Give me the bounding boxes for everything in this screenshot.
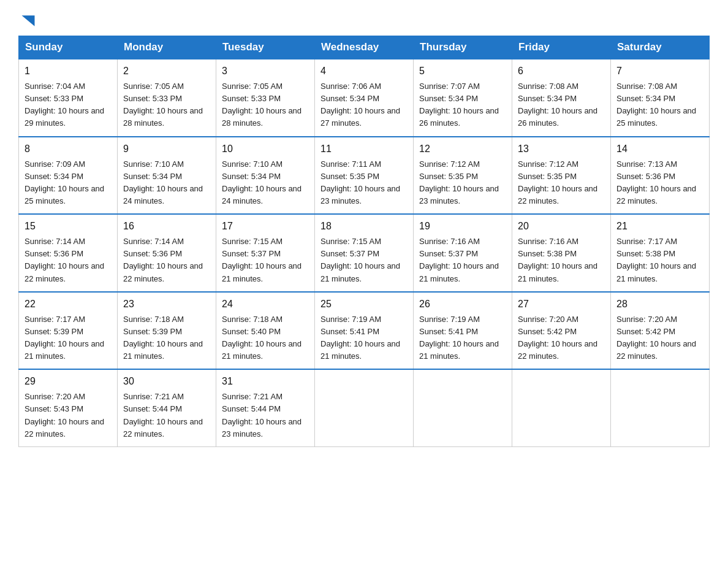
calendar-day-cell: 10Sunrise: 7:10 AMSunset: 5:34 PMDayligh… xyxy=(216,137,315,215)
day-number: 15 xyxy=(25,219,112,234)
weekday-header-wednesday: Wednesday xyxy=(315,36,414,59)
day-info: Sunrise: 7:17 AMSunset: 5:38 PMDaylight:… xyxy=(616,236,703,285)
calendar-day-cell: 7Sunrise: 7:08 AMSunset: 5:34 PMDaylight… xyxy=(611,59,710,137)
day-number: 10 xyxy=(222,142,309,156)
day-number: 16 xyxy=(123,219,210,234)
calendar-day-cell: 13Sunrise: 7:12 AMSunset: 5:35 PMDayligh… xyxy=(512,137,611,215)
day-number: 9 xyxy=(123,142,210,156)
calendar-day-cell: 11Sunrise: 7:11 AMSunset: 5:35 PMDayligh… xyxy=(315,137,414,215)
weekday-header-monday: Monday xyxy=(118,36,216,59)
day-number: 29 xyxy=(25,374,112,389)
calendar-day-cell: 17Sunrise: 7:15 AMSunset: 5:37 PMDayligh… xyxy=(216,214,315,292)
calendar-day-cell: 2Sunrise: 7:05 AMSunset: 5:33 PMDaylight… xyxy=(118,59,216,137)
weekday-header-row: SundayMondayTuesdayWednesdayThursdayFrid… xyxy=(19,36,710,59)
calendar-day-cell: 20Sunrise: 7:16 AMSunset: 5:38 PMDayligh… xyxy=(512,214,611,292)
day-number: 21 xyxy=(616,219,703,234)
logo xyxy=(18,12,37,25)
day-number: 8 xyxy=(25,142,112,156)
day-number: 11 xyxy=(320,142,408,156)
day-number: 7 xyxy=(616,64,703,79)
calendar-day-cell: 25Sunrise: 7:19 AMSunset: 5:41 PMDayligh… xyxy=(315,292,414,370)
day-number: 26 xyxy=(419,297,506,312)
calendar-week-row: 15Sunrise: 7:14 AMSunset: 5:36 PMDayligh… xyxy=(19,214,710,292)
day-info: Sunrise: 7:19 AMSunset: 5:41 PMDaylight:… xyxy=(320,313,408,363)
day-info: Sunrise: 7:07 AMSunset: 5:34 PMDaylight:… xyxy=(419,80,506,130)
weekday-header-saturday: Saturday xyxy=(611,36,710,59)
day-info: Sunrise: 7:06 AMSunset: 5:34 PMDaylight:… xyxy=(320,80,408,130)
day-info: Sunrise: 7:20 AMSunset: 5:42 PMDaylight:… xyxy=(616,313,703,363)
calendar-day-cell: 28Sunrise: 7:20 AMSunset: 5:42 PMDayligh… xyxy=(611,292,710,370)
day-info: Sunrise: 7:16 AMSunset: 5:37 PMDaylight:… xyxy=(419,236,506,285)
calendar-day-cell: 15Sunrise: 7:14 AMSunset: 5:36 PMDayligh… xyxy=(19,214,118,292)
day-info: Sunrise: 7:17 AMSunset: 5:39 PMDaylight:… xyxy=(25,313,112,363)
day-info: Sunrise: 7:18 AMSunset: 5:39 PMDaylight:… xyxy=(123,313,210,363)
day-number: 6 xyxy=(518,64,605,79)
calendar-day-cell: 24Sunrise: 7:18 AMSunset: 5:40 PMDayligh… xyxy=(216,292,315,370)
day-info: Sunrise: 7:08 AMSunset: 5:34 PMDaylight:… xyxy=(518,80,605,130)
logo-triangle-icon xyxy=(20,12,37,29)
calendar-day-cell: 18Sunrise: 7:15 AMSunset: 5:37 PMDayligh… xyxy=(315,214,414,292)
calendar-day-cell: 27Sunrise: 7:20 AMSunset: 5:42 PMDayligh… xyxy=(512,292,611,370)
day-number: 19 xyxy=(419,219,506,234)
calendar-week-row: 29Sunrise: 7:20 AMSunset: 5:43 PMDayligh… xyxy=(19,369,710,446)
day-number: 20 xyxy=(518,219,605,234)
calendar-day-cell xyxy=(414,369,512,446)
day-number: 12 xyxy=(419,142,506,156)
day-number: 1 xyxy=(25,64,112,79)
day-number: 17 xyxy=(222,219,309,234)
weekday-header-friday: Friday xyxy=(512,36,611,59)
day-number: 24 xyxy=(222,297,309,312)
day-info: Sunrise: 7:09 AMSunset: 5:34 PMDaylight:… xyxy=(25,158,112,208)
calendar-week-row: 1Sunrise: 7:04 AMSunset: 5:33 PMDaylight… xyxy=(19,59,710,137)
weekday-header-thursday: Thursday xyxy=(414,36,512,59)
day-info: Sunrise: 7:04 AMSunset: 5:33 PMDaylight:… xyxy=(25,80,112,130)
day-number: 18 xyxy=(320,219,408,234)
calendar-day-cell xyxy=(512,369,611,446)
calendar-day-cell xyxy=(315,369,414,446)
calendar-week-row: 8Sunrise: 7:09 AMSunset: 5:34 PMDaylight… xyxy=(19,137,710,215)
day-info: Sunrise: 7:15 AMSunset: 5:37 PMDaylight:… xyxy=(320,236,408,285)
svg-marker-0 xyxy=(22,15,35,26)
day-info: Sunrise: 7:16 AMSunset: 5:38 PMDaylight:… xyxy=(518,236,605,285)
calendar-day-cell: 23Sunrise: 7:18 AMSunset: 5:39 PMDayligh… xyxy=(118,292,216,370)
calendar-day-cell: 12Sunrise: 7:12 AMSunset: 5:35 PMDayligh… xyxy=(414,137,512,215)
day-number: 23 xyxy=(123,297,210,312)
page-header xyxy=(18,12,710,25)
day-number: 27 xyxy=(518,297,605,312)
calendar-day-cell: 5Sunrise: 7:07 AMSunset: 5:34 PMDaylight… xyxy=(414,59,512,137)
day-info: Sunrise: 7:18 AMSunset: 5:40 PMDaylight:… xyxy=(222,313,309,363)
day-number: 22 xyxy=(25,297,112,312)
day-info: Sunrise: 7:12 AMSunset: 5:35 PMDaylight:… xyxy=(419,158,506,208)
calendar-week-row: 22Sunrise: 7:17 AMSunset: 5:39 PMDayligh… xyxy=(19,292,710,370)
day-info: Sunrise: 7:05 AMSunset: 5:33 PMDaylight:… xyxy=(123,80,210,130)
day-number: 4 xyxy=(320,64,408,79)
day-number: 30 xyxy=(123,374,210,389)
day-info: Sunrise: 7:10 AMSunset: 5:34 PMDaylight:… xyxy=(222,158,309,208)
calendar-day-cell: 29Sunrise: 7:20 AMSunset: 5:43 PMDayligh… xyxy=(19,369,118,446)
day-info: Sunrise: 7:10 AMSunset: 5:34 PMDaylight:… xyxy=(123,158,210,208)
weekday-header-sunday: Sunday xyxy=(19,36,118,59)
calendar-day-cell: 4Sunrise: 7:06 AMSunset: 5:34 PMDaylight… xyxy=(315,59,414,137)
day-number: 25 xyxy=(320,297,408,312)
calendar-day-cell: 21Sunrise: 7:17 AMSunset: 5:38 PMDayligh… xyxy=(611,214,710,292)
day-info: Sunrise: 7:14 AMSunset: 5:36 PMDaylight:… xyxy=(25,236,112,285)
calendar-day-cell: 8Sunrise: 7:09 AMSunset: 5:34 PMDaylight… xyxy=(19,137,118,215)
calendar-day-cell: 19Sunrise: 7:16 AMSunset: 5:37 PMDayligh… xyxy=(414,214,512,292)
calendar-day-cell: 31Sunrise: 7:21 AMSunset: 5:44 PMDayligh… xyxy=(216,369,315,446)
calendar-day-cell: 26Sunrise: 7:19 AMSunset: 5:41 PMDayligh… xyxy=(414,292,512,370)
day-info: Sunrise: 7:20 AMSunset: 5:43 PMDaylight:… xyxy=(25,391,112,440)
day-number: 13 xyxy=(518,142,605,156)
day-number: 31 xyxy=(222,374,309,389)
day-info: Sunrise: 7:14 AMSunset: 5:36 PMDaylight:… xyxy=(123,236,210,285)
day-info: Sunrise: 7:05 AMSunset: 5:33 PMDaylight:… xyxy=(222,80,309,130)
calendar-day-cell: 22Sunrise: 7:17 AMSunset: 5:39 PMDayligh… xyxy=(19,292,118,370)
calendar-day-cell xyxy=(611,369,710,446)
weekday-header-tuesday: Tuesday xyxy=(216,36,315,59)
day-info: Sunrise: 7:11 AMSunset: 5:35 PMDaylight:… xyxy=(320,158,408,208)
calendar-day-cell: 16Sunrise: 7:14 AMSunset: 5:36 PMDayligh… xyxy=(118,214,216,292)
day-info: Sunrise: 7:21 AMSunset: 5:44 PMDaylight:… xyxy=(222,391,309,440)
day-info: Sunrise: 7:19 AMSunset: 5:41 PMDaylight:… xyxy=(419,313,506,363)
day-info: Sunrise: 7:13 AMSunset: 5:36 PMDaylight:… xyxy=(616,158,703,208)
calendar-table: SundayMondayTuesdayWednesdayThursdayFrid… xyxy=(18,36,710,447)
day-info: Sunrise: 7:08 AMSunset: 5:34 PMDaylight:… xyxy=(616,80,703,130)
